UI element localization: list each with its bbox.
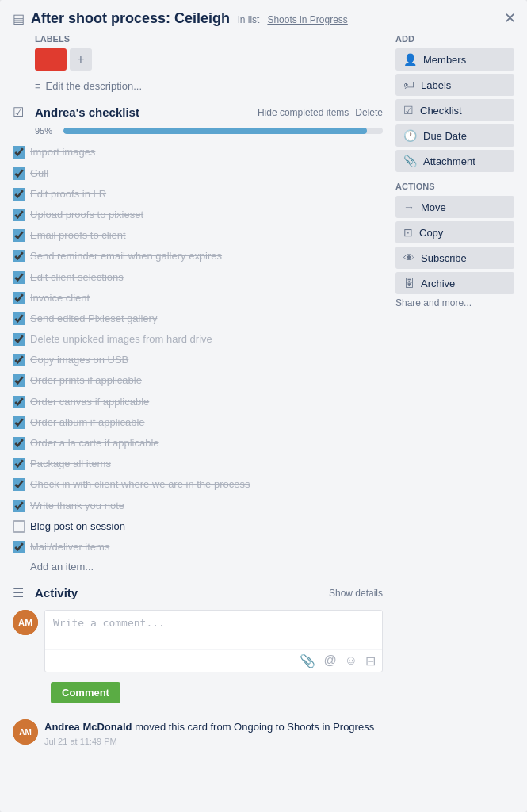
comment-input[interactable] xyxy=(45,611,382,647)
add-item-link[interactable]: Add an item... xyxy=(30,561,94,573)
comment-btn-area: Comment xyxy=(13,682,383,710)
share-link[interactable]: Share and more... xyxy=(395,297,514,308)
comment-submit-button[interactable]: Comment xyxy=(51,682,120,703)
checklist-checkbox[interactable] xyxy=(13,500,25,512)
checklist-checkbox[interactable] xyxy=(13,478,25,491)
checklist-item: Order a la carte if applicable xyxy=(13,433,383,454)
checklist-checkbox[interactable] xyxy=(13,333,25,346)
activity-user-avatar: AM xyxy=(13,719,38,745)
move-button[interactable]: → Move xyxy=(395,196,514,218)
checklist-checkbox[interactable] xyxy=(13,188,25,201)
move-icon: → xyxy=(403,201,414,213)
hide-completed-link[interactable]: Hide completed items xyxy=(258,107,349,118)
checklist-checkbox[interactable] xyxy=(13,416,25,429)
checklist-item-text: Invoice client xyxy=(30,291,90,305)
checklist-checkbox[interactable] xyxy=(13,271,25,284)
activity-entry-content: Andrea McDonald moved this card from Ong… xyxy=(44,719,374,746)
labels-icon: 🏷 xyxy=(403,79,414,91)
members-button[interactable]: 👤 Members xyxy=(395,48,514,71)
add-label-button[interactable]: + xyxy=(70,48,92,71)
checklist-checkbox-empty[interactable] xyxy=(13,520,25,533)
checklist-item-text: Write thank you note xyxy=(30,499,124,513)
progress-bar-fill xyxy=(63,128,367,134)
emoji-icon[interactable]: ☺ xyxy=(345,653,357,668)
checklist-item: Check in with client where we are in the… xyxy=(13,474,383,495)
activity-time: Jul 21 at 11:49 PM xyxy=(44,737,374,746)
checklist-checkbox[interactable] xyxy=(13,374,25,387)
format-icon[interactable]: ⊟ xyxy=(365,653,376,668)
svg-text:AM: AM xyxy=(19,728,32,737)
checklist-section: ☑ Andrea's checklist Hide completed item… xyxy=(13,105,383,573)
description-section: ≡ Edit the description... xyxy=(13,80,383,92)
modal-header: ▤ After shoot process: Ceileigh in list … xyxy=(13,10,514,28)
checklist-item-text: Send edited Pixieset gallery xyxy=(30,312,157,326)
copy-button[interactable]: ⊡ Copy xyxy=(395,221,514,243)
checklist-checkbox[interactable] xyxy=(13,292,25,304)
archive-button[interactable]: 🗄 Archive xyxy=(395,272,514,294)
label-chip-red[interactable] xyxy=(35,48,67,71)
checklist-item: Delete unpicked images from hard drive xyxy=(13,329,383,350)
attachment-button[interactable]: 📎 Attachment xyxy=(395,150,514,172)
list-name[interactable]: Shoots in Progress xyxy=(267,14,347,25)
user-avatar: AM xyxy=(13,610,38,635)
checklist-checkbox[interactable] xyxy=(13,229,25,242)
checklist-item-text: Import images xyxy=(30,145,95,159)
progress-bar-bg xyxy=(63,128,383,134)
attachment-icon[interactable]: 📎 xyxy=(300,653,315,668)
checklist-checkbox[interactable] xyxy=(13,209,25,221)
checklist-checkbox[interactable] xyxy=(13,396,25,408)
checklist-item: Send reminder email when gallery expires xyxy=(13,246,383,266)
checklist-item: Edit client selections xyxy=(13,267,383,288)
checklist-item: Order prints if applicable xyxy=(13,370,383,391)
checklist-item: Blog post on session xyxy=(13,516,383,537)
checklist-checkbox[interactable] xyxy=(13,250,25,262)
labels-button[interactable]: 🏷 Labels xyxy=(395,74,514,96)
checklist-item-text: Package all items xyxy=(30,457,111,471)
comment-area: AM 📎 @ ☺ ⊟ xyxy=(13,610,383,672)
activity-text: Andrea McDonald moved this card from Ong… xyxy=(44,719,374,735)
progress-area: 95% xyxy=(13,126,383,136)
card-modal: ▤ After shoot process: Ceileigh in list … xyxy=(0,0,527,812)
checklist-item-text: Edit proofs in LR xyxy=(30,187,106,201)
checklist-item-text: Order album if applicable xyxy=(30,416,145,430)
checklist-item-text: Order canvas if applicable xyxy=(30,395,149,409)
activity-entry: AM Andrea McDonald moved this card from … xyxy=(13,719,383,746)
checklist-item: Invoice client xyxy=(13,288,383,308)
close-button[interactable]: ✕ xyxy=(501,8,519,29)
checklist-sidebar-icon: ☑ xyxy=(403,104,414,117)
right-sidebar: Add 👤 Members 🏷 Labels ☑ Checklist 🕐 Due… xyxy=(395,34,514,755)
checklist-item-text: Check in with client where we are in the… xyxy=(30,477,250,492)
checklist-item: Package all items xyxy=(13,454,383,474)
checklist-item: Upload proofs to pixieset xyxy=(13,205,383,225)
checklist-item-text: Order prints if applicable xyxy=(30,373,142,388)
comment-input-wrapper: 📎 @ ☺ ⊟ xyxy=(44,610,383,672)
mention-icon[interactable]: @ xyxy=(323,653,336,668)
checklist-checkbox[interactable] xyxy=(13,541,25,553)
checklist-checkbox[interactable] xyxy=(13,437,25,450)
checklist-item: Edit proofs in LR xyxy=(13,184,383,205)
activity-icon: ☰ xyxy=(13,585,35,600)
delete-checklist-link[interactable]: Delete xyxy=(355,107,383,118)
checklist-title: Andrea's checklist xyxy=(35,105,258,119)
checklist-checkbox[interactable] xyxy=(13,312,25,325)
checklist-checkbox[interactable] xyxy=(13,146,25,159)
show-details-link[interactable]: Show details xyxy=(329,588,383,599)
checklist-item: Mail/deliver items xyxy=(13,537,383,557)
subscribe-button[interactable]: 👁 Subscribe xyxy=(395,247,514,269)
labels-section: Labels + xyxy=(13,34,383,71)
checklist-checkbox[interactable] xyxy=(13,458,25,470)
subscribe-icon: 👁 xyxy=(403,251,414,264)
due-date-icon: 🕐 xyxy=(403,129,417,142)
activity-header: ☰ Activity Show details xyxy=(13,585,383,600)
checklist-checkbox[interactable] xyxy=(13,167,25,180)
checklist-item-text: Email proofs to client xyxy=(30,228,126,243)
checklist-button[interactable]: ☑ Checklist xyxy=(395,99,514,121)
activity-section: ☰ Activity Show details AM 📎 @ ☺ xyxy=(13,585,383,746)
checklist-item-text: Edit client selections xyxy=(30,270,124,285)
labels-row: + xyxy=(35,48,383,71)
svg-text:AM: AM xyxy=(18,618,33,629)
edit-description-link[interactable]: ≡ Edit the description... xyxy=(35,80,383,92)
checklist-checkbox[interactable] xyxy=(13,354,25,366)
due-date-button[interactable]: 🕐 Due Date xyxy=(395,124,514,147)
checklist-item: Gull xyxy=(13,163,383,184)
